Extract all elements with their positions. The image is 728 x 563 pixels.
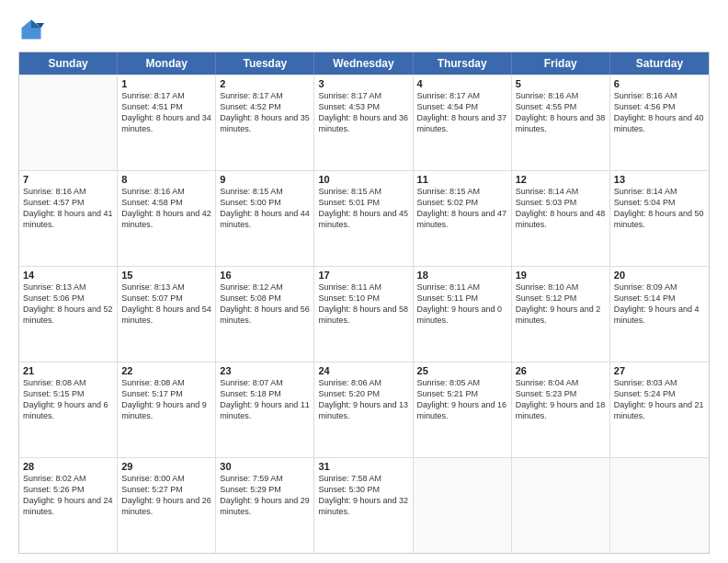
day-info: Sunrise: 8:11 AM Sunset: 5:10 PM Dayligh… xyxy=(318,282,408,327)
day-info: Sunrise: 8:00 AM Sunset: 5:27 PM Dayligh… xyxy=(121,473,211,518)
calendar-cell: 21Sunrise: 8:08 AM Sunset: 5:15 PM Dayli… xyxy=(19,362,118,457)
calendar-cell: 9Sunrise: 8:15 AM Sunset: 5:00 PM Daylig… xyxy=(216,171,314,266)
day-info: Sunrise: 8:02 AM Sunset: 5:26 PM Dayligh… xyxy=(23,473,113,518)
page: SundayMondayTuesdayWednesdayThursdayFrid… xyxy=(0,0,728,563)
calendar-cell: 3Sunrise: 8:17 AM Sunset: 4:53 PM Daylig… xyxy=(314,75,413,170)
day-number: 19 xyxy=(516,270,606,281)
calendar-body: 1Sunrise: 8:17 AM Sunset: 4:51 PM Daylig… xyxy=(19,75,709,553)
calendar-cell: 1Sunrise: 8:17 AM Sunset: 4:51 PM Daylig… xyxy=(118,75,216,170)
day-info: Sunrise: 8:14 AM Sunset: 5:04 PM Dayligh… xyxy=(614,186,705,231)
day-info: Sunrise: 8:17 AM Sunset: 4:51 PM Dayligh… xyxy=(121,90,211,135)
day-info: Sunrise: 8:13 AM Sunset: 5:06 PM Dayligh… xyxy=(23,282,113,327)
day-number: 20 xyxy=(614,270,705,281)
day-info: Sunrise: 8:17 AM Sunset: 4:52 PM Dayligh… xyxy=(220,90,310,135)
day-number: 25 xyxy=(417,365,507,376)
day-info: Sunrise: 7:59 AM Sunset: 5:29 PM Dayligh… xyxy=(220,473,310,518)
day-info: Sunrise: 7:58 AM Sunset: 5:30 PM Dayligh… xyxy=(318,473,408,518)
calendar-cell: 26Sunrise: 8:04 AM Sunset: 5:23 PM Dayli… xyxy=(512,362,610,457)
header xyxy=(18,17,710,42)
day-info: Sunrise: 8:03 AM Sunset: 5:24 PM Dayligh… xyxy=(614,377,705,422)
day-info: Sunrise: 8:09 AM Sunset: 5:14 PM Dayligh… xyxy=(614,282,705,327)
day-number: 16 xyxy=(220,270,310,281)
day-number: 7 xyxy=(23,174,113,185)
calendar-cell: 29Sunrise: 8:00 AM Sunset: 5:27 PM Dayli… xyxy=(118,458,216,553)
day-number: 27 xyxy=(614,365,705,376)
header-day-tuesday: Tuesday xyxy=(216,52,314,75)
calendar-row-1: 7Sunrise: 8:16 AM Sunset: 4:57 PM Daylig… xyxy=(19,170,709,266)
calendar-cell: 25Sunrise: 8:05 AM Sunset: 5:21 PM Dayli… xyxy=(414,362,512,457)
calendar-cell: 18Sunrise: 8:11 AM Sunset: 5:11 PM Dayli… xyxy=(414,267,512,362)
day-info: Sunrise: 8:07 AM Sunset: 5:18 PM Dayligh… xyxy=(220,377,310,422)
day-info: Sunrise: 8:05 AM Sunset: 5:21 PM Dayligh… xyxy=(417,377,507,422)
day-number: 22 xyxy=(121,365,211,376)
day-number: 12 xyxy=(516,174,606,185)
calendar-cell: 17Sunrise: 8:11 AM Sunset: 5:10 PM Dayli… xyxy=(314,267,413,362)
calendar-cell: 7Sunrise: 8:16 AM Sunset: 4:57 PM Daylig… xyxy=(19,171,118,266)
day-number: 3 xyxy=(318,78,408,89)
day-number: 29 xyxy=(121,461,211,472)
calendar-cell: 14Sunrise: 8:13 AM Sunset: 5:06 PM Dayli… xyxy=(19,267,118,362)
day-info: Sunrise: 8:16 AM Sunset: 4:57 PM Dayligh… xyxy=(23,186,113,231)
calendar-header: SundayMondayTuesdayWednesdayThursdayFrid… xyxy=(19,52,709,75)
calendar-cell: 27Sunrise: 8:03 AM Sunset: 5:24 PM Dayli… xyxy=(610,362,709,457)
header-day-sunday: Sunday xyxy=(19,52,118,75)
day-info: Sunrise: 8:17 AM Sunset: 4:54 PM Dayligh… xyxy=(417,90,507,135)
day-number: 9 xyxy=(220,174,310,185)
day-info: Sunrise: 8:17 AM Sunset: 4:53 PM Dayligh… xyxy=(318,90,408,135)
calendar-cell: 30Sunrise: 7:59 AM Sunset: 5:29 PM Dayli… xyxy=(216,458,314,553)
header-day-monday: Monday xyxy=(118,52,216,75)
day-info: Sunrise: 8:08 AM Sunset: 5:17 PM Dayligh… xyxy=(121,377,211,422)
day-number: 18 xyxy=(417,270,507,281)
calendar-row-4: 28Sunrise: 8:02 AM Sunset: 5:26 PM Dayli… xyxy=(19,457,709,553)
calendar: SundayMondayTuesdayWednesdayThursdayFrid… xyxy=(18,52,710,554)
logo xyxy=(18,17,48,42)
calendar-cell: 20Sunrise: 8:09 AM Sunset: 5:14 PM Dayli… xyxy=(610,267,709,362)
calendar-cell: 31Sunrise: 7:58 AM Sunset: 5:30 PM Dayli… xyxy=(314,458,413,553)
day-info: Sunrise: 8:10 AM Sunset: 5:12 PM Dayligh… xyxy=(516,282,606,327)
day-info: Sunrise: 8:16 AM Sunset: 4:58 PM Dayligh… xyxy=(121,186,211,231)
day-number: 15 xyxy=(121,270,211,281)
day-info: Sunrise: 8:06 AM Sunset: 5:20 PM Dayligh… xyxy=(318,377,408,422)
day-number: 11 xyxy=(417,174,507,185)
calendar-cell: 13Sunrise: 8:14 AM Sunset: 5:04 PM Dayli… xyxy=(610,171,709,266)
calendar-cell: 12Sunrise: 8:14 AM Sunset: 5:03 PM Dayli… xyxy=(512,171,610,266)
header-day-thursday: Thursday xyxy=(414,52,512,75)
day-info: Sunrise: 8:11 AM Sunset: 5:11 PM Dayligh… xyxy=(417,282,507,327)
day-number: 8 xyxy=(121,174,211,185)
day-number: 17 xyxy=(318,270,408,281)
day-info: Sunrise: 8:14 AM Sunset: 5:03 PM Dayligh… xyxy=(516,186,606,231)
calendar-cell: 5Sunrise: 8:16 AM Sunset: 4:55 PM Daylig… xyxy=(512,75,610,170)
day-number: 1 xyxy=(121,78,211,89)
day-number: 26 xyxy=(516,365,606,376)
day-info: Sunrise: 8:15 AM Sunset: 5:00 PM Dayligh… xyxy=(220,186,310,231)
day-info: Sunrise: 8:08 AM Sunset: 5:15 PM Dayligh… xyxy=(23,377,113,422)
calendar-cell xyxy=(414,458,512,553)
day-number: 2 xyxy=(220,78,310,89)
calendar-cell: 24Sunrise: 8:06 AM Sunset: 5:20 PM Dayli… xyxy=(314,362,413,457)
calendar-cell xyxy=(19,75,118,170)
day-info: Sunrise: 8:13 AM Sunset: 5:07 PM Dayligh… xyxy=(121,282,211,327)
calendar-row-2: 14Sunrise: 8:13 AM Sunset: 5:06 PM Dayli… xyxy=(19,266,709,362)
day-number: 23 xyxy=(220,365,310,376)
day-number: 31 xyxy=(318,461,408,472)
day-number: 4 xyxy=(417,78,507,89)
day-info: Sunrise: 8:16 AM Sunset: 4:55 PM Dayligh… xyxy=(516,90,606,135)
day-number: 21 xyxy=(23,365,113,376)
calendar-cell: 10Sunrise: 8:15 AM Sunset: 5:01 PM Dayli… xyxy=(314,171,413,266)
logo-icon xyxy=(18,17,44,42)
calendar-cell: 8Sunrise: 8:16 AM Sunset: 4:58 PM Daylig… xyxy=(118,171,216,266)
calendar-cell: 16Sunrise: 8:12 AM Sunset: 5:08 PM Dayli… xyxy=(216,267,314,362)
calendar-cell: 2Sunrise: 8:17 AM Sunset: 4:52 PM Daylig… xyxy=(216,75,314,170)
day-number: 30 xyxy=(220,461,310,472)
header-day-friday: Friday xyxy=(512,52,610,75)
calendar-cell: 6Sunrise: 8:16 AM Sunset: 4:56 PM Daylig… xyxy=(610,75,709,170)
day-info: Sunrise: 8:15 AM Sunset: 5:01 PM Dayligh… xyxy=(318,186,408,231)
day-info: Sunrise: 8:15 AM Sunset: 5:02 PM Dayligh… xyxy=(417,186,507,231)
day-number: 28 xyxy=(23,461,113,472)
calendar-cell: 28Sunrise: 8:02 AM Sunset: 5:26 PM Dayli… xyxy=(19,458,118,553)
calendar-row-0: 1Sunrise: 8:17 AM Sunset: 4:51 PM Daylig… xyxy=(19,75,709,170)
day-number: 14 xyxy=(23,270,113,281)
calendar-cell: 22Sunrise: 8:08 AM Sunset: 5:17 PM Dayli… xyxy=(118,362,216,457)
calendar-cell xyxy=(610,458,709,553)
calendar-cell: 4Sunrise: 8:17 AM Sunset: 4:54 PM Daylig… xyxy=(414,75,512,170)
